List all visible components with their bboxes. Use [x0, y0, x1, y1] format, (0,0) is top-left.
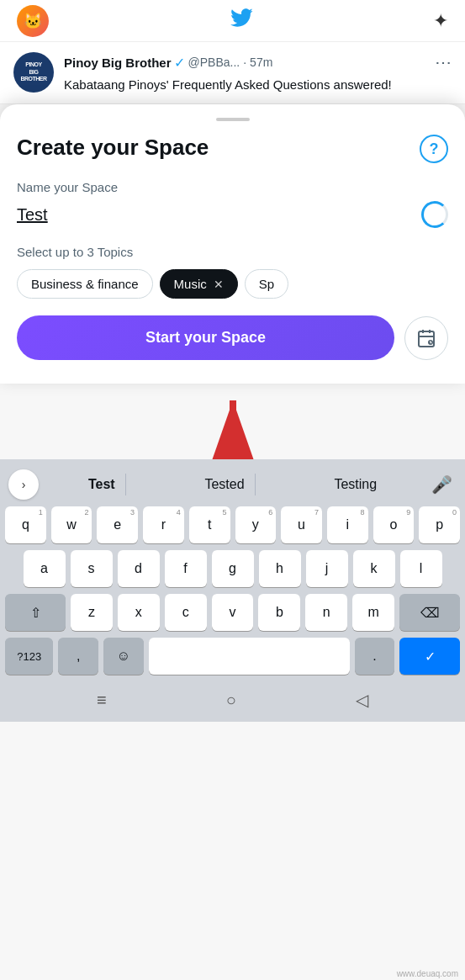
red-arrow-svg: [182, 384, 283, 459]
key-rows: q1 w2 e3 r4 t5 y6 u7 i8 o9 p0 a s d f g …: [3, 506, 462, 675]
create-space-header: Create your Space ?: [17, 135, 448, 163]
key-u[interactable]: u7: [281, 506, 322, 543]
nav-home-icon[interactable]: ○: [226, 691, 236, 710]
topic-chip-sports[interactable]: Sp: [245, 269, 288, 299]
key-q[interactable]: q1: [5, 506, 46, 543]
autocomplete-row: › Test Tested Testing 🎤: [3, 466, 462, 506]
mic-button[interactable]: 🎤: [426, 469, 457, 500]
key-y[interactable]: y6: [235, 506, 277, 543]
garfield-avatar: 🐱: [17, 5, 49, 37]
key-row-4: ?123 , ☺ . ✓: [5, 638, 460, 675]
key-w[interactable]: w2: [51, 506, 92, 543]
key-b[interactable]: b: [258, 594, 300, 631]
key-z[interactable]: z: [71, 594, 113, 631]
key-row-3: ⇧ z x c v b n m ⌫: [5, 594, 460, 631]
topics-row: Business & finance Music ✕ Sp: [17, 269, 448, 299]
suggestion-test[interactable]: Test: [78, 474, 126, 495]
key-row-1: q1 w2 e3 r4 t5 y6 u7 i8 o9 p0: [5, 506, 460, 543]
key-m[interactable]: m: [352, 594, 394, 631]
autocomplete-expand-button[interactable]: ›: [8, 469, 39, 500]
key-t[interactable]: t5: [189, 506, 230, 543]
tweet-handle: @PBBa...: [188, 56, 240, 69]
key-n[interactable]: n: [305, 594, 347, 631]
space-name-section: Name your Space: [17, 180, 448, 228]
sheet-handle: [216, 118, 250, 121]
tweet-content: Pinoy Big Brother ✓ @PBBa... · 57m ⋯ Kab…: [64, 52, 452, 93]
create-space-title: Create your Space: [17, 135, 209, 161]
twitter-logo: [230, 6, 253, 35]
key-s[interactable]: s: [71, 550, 113, 587]
more-options-icon[interactable]: ⋯: [435, 52, 452, 72]
emoji-key[interactable]: ☺: [103, 638, 144, 675]
arrow-annotation: [0, 384, 465, 459]
space-name-row: [17, 201, 448, 228]
svg-line-6: [431, 342, 431, 343]
actions-row: Start your Space: [17, 315, 448, 360]
watermark: www.deuaq.com: [397, 969, 458, 978]
sparkle-icon: ✦: [433, 10, 448, 32]
key-i[interactable]: i8: [327, 506, 368, 543]
topic-chip-business[interactable]: Business & finance: [17, 269, 153, 299]
start-space-button[interactable]: Start your Space: [17, 315, 394, 360]
key-r[interactable]: r4: [143, 506, 184, 543]
period-key[interactable]: .: [355, 638, 395, 675]
key-e[interactable]: e3: [97, 506, 138, 543]
verified-icon: ✓: [174, 55, 185, 71]
remove-music-icon[interactable]: ✕: [214, 278, 224, 291]
suggestion-tested[interactable]: Tested: [194, 474, 255, 495]
space-name-input[interactable]: [17, 205, 421, 225]
char-counter: [421, 201, 448, 228]
key-c[interactable]: c: [165, 594, 207, 631]
key-l[interactable]: l: [400, 550, 442, 587]
topic-chip-music[interactable]: Music ✕: [160, 269, 238, 299]
key-row-2: a s d f g h j k l: [5, 550, 460, 587]
key-o[interactable]: o9: [373, 506, 415, 543]
tweet-text: Kabataang Pinoys' Frequently Asked Quest…: [64, 76, 452, 93]
nav-back-icon[interactable]: ◁: [356, 690, 368, 710]
create-space-sheet: Create your Space ? Name your Space Sele…: [0, 104, 465, 384]
comma-key[interactable]: ,: [58, 638, 98, 675]
space-key[interactable]: [149, 638, 350, 675]
schedule-button[interactable]: [404, 316, 448, 360]
space-name-label: Name your Space: [17, 180, 448, 194]
topics-label: Select up to 3 Topics: [17, 245, 448, 259]
autocomplete-suggestions: Test Tested Testing: [44, 474, 421, 495]
key-d[interactable]: d: [118, 550, 160, 587]
keyboard: › Test Tested Testing 🎤 q1 w2 e3 r4 t5 y…: [0, 459, 465, 722]
done-key[interactable]: ✓: [399, 638, 460, 675]
backspace-key[interactable]: ⌫: [399, 594, 460, 631]
key-g[interactable]: g: [212, 550, 254, 587]
help-button[interactable]: ?: [420, 135, 448, 163]
key-f[interactable]: f: [165, 550, 207, 587]
tweet-avatar: PINOYBIGBROTHER: [13, 52, 54, 93]
tweet-preview: PINOYBIGBROTHER Pinoy Big Brother ✓ @PBB…: [0, 42, 465, 104]
tweet-timestamp: 57m: [250, 56, 272, 69]
suggestion-testing[interactable]: Testing: [324, 474, 387, 495]
key-h[interactable]: h: [259, 550, 301, 587]
status-bar: 🐱 ✦: [0, 0, 465, 42]
key-v[interactable]: v: [212, 594, 254, 631]
key-k[interactable]: k: [353, 550, 395, 587]
nav-menu-icon[interactable]: ≡: [97, 691, 107, 710]
tweet-username: Pinoy Big Brother: [64, 56, 172, 70]
tweet-time: ·: [243, 56, 246, 69]
key-x[interactable]: x: [118, 594, 160, 631]
numbers-key[interactable]: ?123: [5, 638, 53, 675]
shift-key[interactable]: ⇧: [5, 594, 66, 631]
key-a[interactable]: a: [24, 550, 66, 587]
bottom-nav: ≡ ○ ◁: [3, 681, 462, 718]
key-p[interactable]: p0: [419, 506, 460, 543]
key-j[interactable]: j: [306, 550, 348, 587]
